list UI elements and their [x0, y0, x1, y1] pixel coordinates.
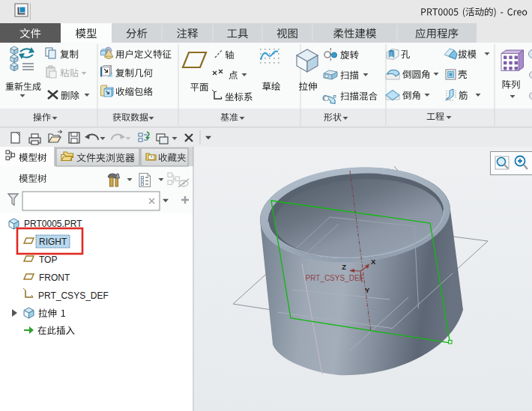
svg-text:TOP: TOP: [39, 255, 57, 265]
svg-text:PRT_CSYS_DEF: PRT_CSYS_DEF: [38, 290, 109, 301]
svg-text:FRONT: FRONT: [39, 273, 70, 283]
svg-text:RIGHT: RIGHT: [39, 237, 67, 247]
svg-text:*: *: [151, 155, 153, 160]
svg-text:X: X: [371, 258, 376, 266]
svg-text:PRT_CSYS_DEF: PRT_CSYS_DEF: [306, 274, 364, 282]
svg-text:Z: Z: [342, 263, 346, 271]
svg-text:Y: Y: [365, 286, 370, 294]
